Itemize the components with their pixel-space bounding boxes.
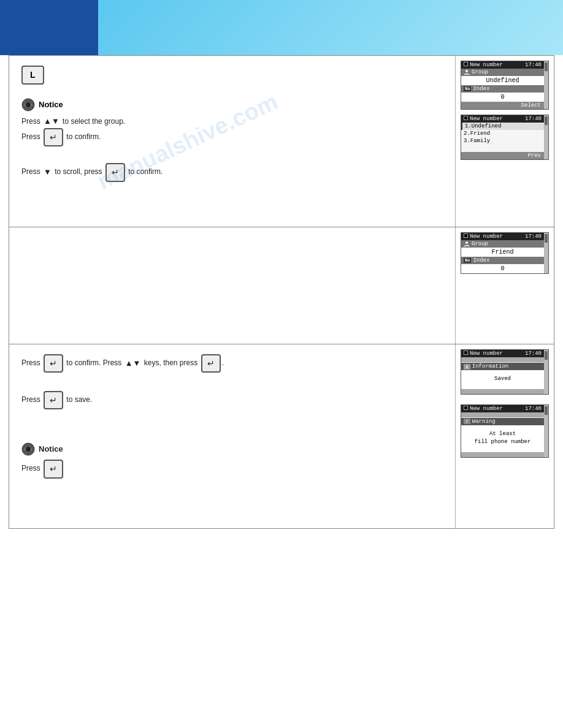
- section-2-text: [21, 237, 443, 249]
- screen-1b-item-2[interactable]: 2.Friend: [461, 130, 544, 137]
- section-3-screens: New number 17:40 i Information Saved New…: [456, 344, 554, 528]
- screen-3a: New number 17:40 i Information Saved: [461, 349, 549, 395]
- screen-1a-group-value: Undefined: [461, 76, 544, 85]
- header-light-blue: [98, 0, 563, 55]
- screen-1b-item-3[interactable]: 3.Family: [461, 137, 544, 145]
- screen-3b: New number 17:40 ! Warning At least fill…: [461, 404, 549, 458]
- screen-1b-header: New number 17:40: [461, 115, 544, 123]
- screen-2a-group-label: Group: [461, 240, 544, 248]
- screen-2a-header: New number 17:40: [461, 233, 544, 240]
- screen-2a-index-label: No Index: [461, 257, 544, 264]
- screen-1a-group-label: Group: [461, 69, 544, 76]
- section-3-instructions: Press ↵ to confirm. Press ▲▼ keys, then …: [9, 344, 456, 528]
- screen-1a-header: New number 17:40: [461, 61, 544, 69]
- notice-icon-2: [21, 442, 35, 456]
- screen-2a-group-value: Friend: [461, 248, 544, 257]
- section-3: Press ↵ to confirm. Press ▲▼ keys, then …: [9, 344, 554, 528]
- section-2-instructions: [9, 227, 456, 344]
- svg-point-5: [26, 447, 31, 452]
- screen-1b: New number 17:40 1.Undefined 2.Friend 3.…: [461, 115, 549, 160]
- l-key-icon: L: [21, 66, 44, 85]
- screen-3b-header: New number 17:40: [461, 405, 544, 412]
- section-1: L Notice Press ▲▼ to select the group. P…: [9, 56, 554, 227]
- screen-3b-warning-label: ! Warning: [461, 418, 544, 425]
- header: [0, 0, 563, 55]
- screen-1b-item-1[interactable]: 1.Undefined: [461, 123, 544, 130]
- screen-3b-warning-body: At least fill phone number: [461, 425, 544, 452]
- screen-1a-index-label: No Index: [461, 85, 544, 93]
- section-1-instructions: L Notice Press ▲▼ to select the group. P…: [9, 56, 456, 227]
- screen-3a-header: New number 17:40: [461, 350, 544, 357]
- section-2-screens: New number 17:40 Group Friend No Index 0: [456, 227, 554, 344]
- main-content: L Notice Press ▲▼ to select the group. P…: [9, 55, 554, 529]
- screen-1a-select-btn[interactable]: Select: [461, 102, 544, 109]
- svg-point-2: [465, 70, 468, 72]
- screen-3a-info-body: Saved: [461, 370, 544, 389]
- screen-1a: New number 17:40 Group Undefined No Inde…: [461, 61, 549, 110]
- screen-2a: New number 17:40 Group Friend No Index 0: [461, 232, 549, 274]
- screen-2a-index-value: 0: [461, 264, 544, 273]
- section-1-text: Press ▲▼ to select the group. Press ↵ to…: [21, 115, 443, 182]
- section-2: New number 17:40 Group Friend No Index 0: [9, 227, 554, 344]
- svg-point-1: [26, 102, 31, 107]
- notice-1: Notice: [21, 98, 443, 112]
- screen-1a-index-value: 0: [461, 93, 544, 102]
- screen-1b-prev-btn[interactable]: Prev: [461, 152, 544, 159]
- section-1-screens: New number 17:40 Group Undefined No Inde…: [456, 56, 554, 227]
- header-dark-blue: [0, 0, 98, 55]
- svg-point-3: [465, 241, 468, 244]
- notice-icon-1: [21, 98, 35, 112]
- notice-2: Notice: [21, 442, 443, 456]
- screen-3a-info-label: i Information: [461, 363, 544, 370]
- section-3-text: Press ↵ to confirm. Press ▲▼ keys, then …: [21, 354, 443, 479]
